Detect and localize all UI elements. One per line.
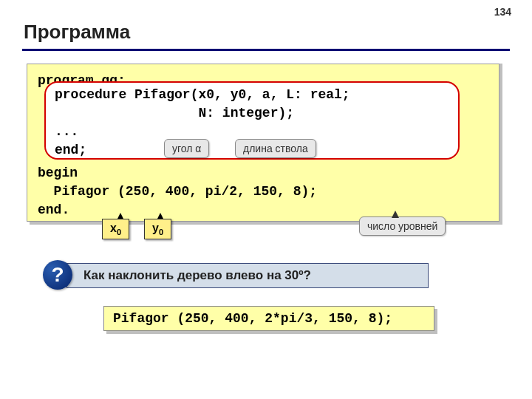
proc-line-2: N: integer);: [55, 106, 294, 120]
tag-y0: y0: [144, 219, 171, 239]
question-mark-icon: ?: [43, 260, 72, 290]
proc-line-4: end;: [55, 143, 86, 157]
tag-x0: x0: [102, 219, 129, 239]
proc-line-1: procedure Pifagor(x0, y0, a, L: real;: [55, 87, 350, 102]
callout-pointer-levels: [392, 211, 399, 218]
answer-code: Pifagor (250, 400, 2*pi/3, 150, 8);: [103, 306, 434, 331]
code-line-begin: begin: [38, 166, 78, 180]
question-text: Как наклонить дерево влево на 30º?: [83, 268, 311, 283]
title-divider: [22, 49, 510, 51]
code-line-call: Pifagor (250, 400, pi/2, 150, 8);: [38, 184, 317, 199]
label-levels: число уровней: [359, 216, 446, 236]
label-angle: угол α: [164, 139, 209, 158]
label-length: длина ствола: [235, 139, 316, 158]
proc-line-3: ...: [55, 124, 78, 139]
question-bar: Как наклонить дерево влево на 30º?: [66, 263, 429, 288]
code-line-end: end.: [38, 202, 69, 217]
page-number: 134: [494, 6, 511, 18]
page-title: Программа: [24, 21, 130, 44]
